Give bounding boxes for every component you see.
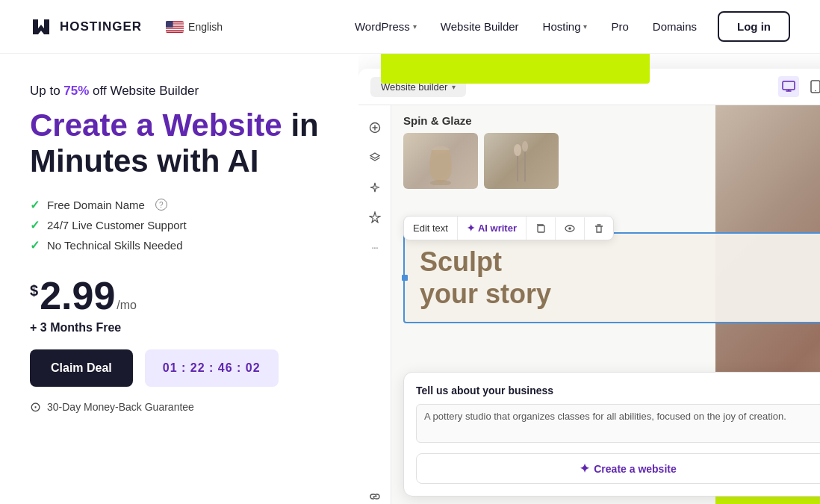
- ai-panel-textarea[interactable]: A pottery studio that organizes classes …: [416, 404, 820, 443]
- ai-panel: Tell us about your business A pottery st…: [403, 372, 820, 497]
- svg-rect-24: [538, 225, 544, 232]
- ai-writer-btn[interactable]: ✦ AI writer: [458, 217, 527, 240]
- feature-skills-text: No Technical Skills Needed: [47, 239, 183, 252]
- builder-canvas: Spin & Glaze: [391, 105, 820, 504]
- lime-accent-top: [381, 54, 650, 84]
- price-period: /mo: [117, 299, 137, 312]
- header: HOSTINGER English WordPress ▾ Website Bu…: [0, 0, 820, 54]
- ai-stars-icon: ✦: [467, 223, 475, 234]
- main-content: Up to 75% off Website Builder Create a W…: [0, 54, 820, 504]
- sidebar-link-tool[interactable]: [361, 483, 388, 504]
- desktop-view-icon[interactable]: [778, 76, 799, 97]
- svg-point-19: [430, 180, 451, 185]
- copy-btn[interactable]: [527, 217, 556, 240]
- wordpress-chevron: ▾: [413, 22, 417, 31]
- svg-point-26: [568, 227, 571, 230]
- main-nav: WordPress ▾ Website Builder Hosting ▾ Pr…: [346, 11, 790, 42]
- sidebar-magic-tool[interactable]: [361, 174, 388, 201]
- sidebar-dots[interactable]: ···: [361, 234, 388, 261]
- pricing: $ 2.99 /mo: [30, 276, 329, 315]
- sidebar-sparkle-tool[interactable]: [361, 204, 388, 231]
- check-icon-1: ✓: [30, 198, 40, 212]
- hero-headline: Create a Website inMinutes with AI: [30, 108, 329, 180]
- feature-support: ✓ 24/7 Live Customer Support: [30, 218, 329, 232]
- create-website-btn[interactable]: ✦ Create a website: [416, 453, 820, 484]
- nav-wordpress[interactable]: WordPress ▾: [346, 14, 426, 39]
- hero-left: Up to 75% off Website Builder Create a W…: [0, 54, 358, 504]
- sidebar-layers-tool[interactable]: [361, 144, 388, 171]
- cta-row: Claim Deal 01 : 22 : 46 : 02: [30, 349, 329, 387]
- nav-hosting[interactable]: Hosting ▾: [534, 14, 597, 39]
- help-icon[interactable]: ?: [155, 199, 167, 211]
- preview-btn[interactable]: [556, 217, 585, 240]
- hero-right: Website builder ▾: [358, 54, 820, 504]
- sculpt-text-box[interactable]: Sculptyour story: [403, 232, 820, 323]
- feature-domain: ✓ Free Domain Name ?: [30, 198, 329, 212]
- svg-rect-8: [166, 21, 173, 28]
- shield-icon: ⊙: [30, 399, 41, 415]
- headline-purple: Create a Website: [30, 108, 291, 143]
- builder-window: Website builder ▾: [358, 69, 820, 504]
- svg-rect-6: [166, 28, 184, 29]
- countdown-timer: 01 : 22 : 46 : 02: [145, 349, 279, 387]
- sculpt-text: Sculptyour story: [420, 246, 820, 310]
- feature-skills: ✓ No Technical Skills Needed: [30, 238, 329, 252]
- floating-toolbar: Edit text ✦ AI writer: [403, 216, 614, 240]
- claim-deal-button[interactable]: Claim Deal: [30, 349, 133, 387]
- vase-image: [403, 133, 478, 189]
- check-icon-2: ✓: [30, 218, 40, 232]
- sidebar-add-tool[interactable]: [361, 114, 388, 141]
- bonus-months: + 3 Months Free: [30, 321, 329, 335]
- price-dollar: $: [30, 282, 38, 299]
- svg-rect-7: [166, 31, 184, 31]
- hosting-chevron: ▾: [583, 22, 587, 31]
- flowers-image: [484, 133, 559, 189]
- ai-panel-title: Tell us about your business: [416, 385, 820, 396]
- hero-subtitle: Up to 75% off Website Builder: [30, 84, 329, 99]
- feature-domain-text: Free Domain Name: [47, 199, 145, 211]
- nav-pro[interactable]: Pro: [602, 14, 637, 39]
- svg-point-23: [522, 141, 528, 152]
- nav-domains[interactable]: Domains: [644, 14, 706, 39]
- svg-point-13: [815, 90, 816, 92]
- feature-support-text: 24/7 Live Customer Support: [47, 219, 187, 231]
- features-list: ✓ Free Domain Name ? ✓ 24/7 Live Custome…: [30, 198, 329, 258]
- logo[interactable]: HOSTINGER: [30, 15, 142, 39]
- svg-rect-9: [783, 81, 795, 90]
- language-selector[interactable]: English: [166, 21, 223, 33]
- language-label: English: [188, 21, 223, 33]
- login-button[interactable]: Log in: [718, 11, 790, 42]
- edit-text-btn[interactable]: Edit text: [404, 217, 458, 240]
- discount-highlight: 75%: [63, 84, 89, 98]
- create-stars-icon: ✦: [580, 461, 589, 476]
- price-main: 2.99: [40, 276, 115, 315]
- svg-point-22: [514, 144, 521, 156]
- logo-text: HOSTINGER: [60, 19, 142, 34]
- handle-left: [402, 275, 408, 281]
- delete-btn[interactable]: [585, 217, 613, 240]
- guarantee-text: 30-Day Money-Back Guarantee: [47, 401, 194, 413]
- mobile-view-icon[interactable]: [805, 76, 820, 97]
- nav-website-builder[interactable]: Website Builder: [432, 14, 528, 39]
- view-icons: [778, 76, 820, 97]
- check-icon-3: ✓: [30, 238, 40, 252]
- tab-chevron: ▾: [452, 83, 456, 91]
- guarantee-row: ⊙ 30-Day Money-Back Guarantee: [30, 399, 329, 415]
- builder-main: ··· Spin & Gla: [358, 105, 820, 504]
- builder-sidebar: ···: [358, 105, 391, 504]
